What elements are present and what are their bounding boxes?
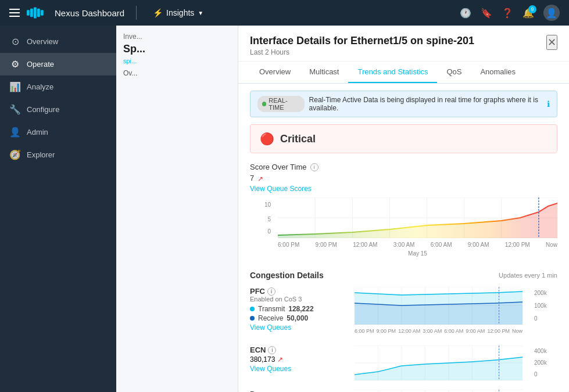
ecn-info-icon[interactable]: i	[268, 346, 276, 354]
top-navigation: Nexus Dashboard ⚡ Insights ▼ 🕐 🔖 ❓ 🔔 9 👤	[0, 0, 569, 26]
pfc-receive-value: 50,000	[287, 314, 308, 322]
drops-label: Drops	[250, 390, 272, 392]
realtime-banner: REAL-TIME Real-Time Active Data is being…	[250, 91, 557, 117]
analyze-icon: 📊	[9, 81, 21, 92]
breadcrumb-value: Sp...	[123, 43, 231, 55]
help-icon[interactable]: ❓	[502, 8, 513, 19]
ecn-value: 380,173	[250, 355, 275, 364]
sidebar-item-analyze[interactable]: 📊 Analyze	[0, 75, 116, 98]
realtime-text: Real-Time Active Data is being displayed…	[309, 96, 547, 112]
congestion-section: Congestion Details Updates every 1 min P…	[238, 266, 569, 392]
ecn-chart	[355, 346, 523, 380]
score-section: Score Over Time i 7 ↗ View Queue Scores …	[238, 158, 569, 266]
tab-overview[interactable]: Overview	[250, 62, 300, 83]
detail-subtitle: Last 2 Hours	[250, 48, 474, 56]
sidebar: ⊙ Overview ⚙ Operate 📊 Analyze 🔧 Configu…	[0, 26, 116, 392]
ecn-view-queues-link[interactable]: View Queues	[250, 365, 343, 373]
close-button[interactable]: ✕	[546, 35, 557, 50]
hamburger-menu[interactable]	[9, 9, 20, 17]
svg-marker-15	[278, 203, 557, 238]
history-icon[interactable]: 🕐	[460, 8, 471, 19]
pfc-chart-container: 6:00 PM9:00 PM12:00 AM3:00 AM6:00 AM9:00…	[355, 287, 523, 325]
x-axis-date: May 15	[278, 250, 557, 257]
x-label-6: 9:00 AM	[468, 242, 489, 248]
cisco-logo	[27, 7, 48, 19]
ecn-trend-icon: ↗	[277, 355, 283, 364]
score-trend-icon: ↗	[257, 175, 263, 183]
chevron-down-icon: ▼	[198, 10, 203, 16]
sidebar-label-overview: Overview	[27, 37, 58, 46]
svg-rect-4	[41, 10, 44, 16]
detail-panel: Interface Details for Ethernet1/5 on spi…	[238, 26, 569, 392]
svg-rect-2	[34, 7, 37, 18]
x-label-2: 9:00 PM	[316, 242, 337, 248]
breadcrumb-link[interactable]: spi...	[123, 57, 231, 64]
x-label-3: 12:00 AM	[353, 242, 377, 248]
transmit-dot	[250, 307, 255, 311]
sidebar-item-overview[interactable]: ⊙ Overview	[0, 30, 116, 53]
svg-marker-27	[355, 302, 523, 325]
pfc-sub: Enabled on CoS 3	[250, 296, 343, 303]
app-title: Nexus Dashboard	[55, 8, 124, 18]
operate-icon: ⚙	[9, 59, 21, 70]
critical-icon: 🔴	[260, 132, 274, 146]
notification-count: 9	[528, 5, 536, 13]
pfc-metric-row: PFC i Enabled on CoS 3 Transmit 128,222 …	[250, 287, 557, 336]
sidebar-item-admin[interactable]: 👤 Admin	[0, 121, 116, 143]
receive-dot	[250, 316, 255, 321]
sidebar-label-explorer: Explorer	[27, 150, 55, 159]
pfc-info-icon[interactable]: i	[267, 287, 275, 296]
score-label: Score Over Time	[250, 163, 307, 171]
detail-title: Interface Details for Ethernet1/5 on spi…	[250, 35, 474, 47]
x-label-7: 12:00 PM	[505, 242, 530, 248]
tab-multicast[interactable]: Multicast	[300, 62, 348, 83]
realtime-info-icon[interactable]: ℹ	[547, 99, 550, 109]
nav-divider	[136, 6, 137, 20]
sidebar-label-admin: Admin	[27, 128, 48, 136]
view-queue-scores-link[interactable]: View Queue Scores	[250, 185, 557, 193]
tab-qos[interactable]: QoS	[437, 62, 471, 83]
ecn-label: ECN	[250, 346, 266, 354]
svg-rect-3	[37, 9, 40, 17]
insights-button[interactable]: ⚡ Insights ▼	[148, 6, 208, 20]
tab-trends-statistics[interactable]: Trends and Statistics	[348, 62, 437, 83]
svg-rect-1	[30, 9, 33, 17]
x-label-5: 6:00 AM	[431, 242, 452, 248]
sidebar-label-analyze: Analyze	[27, 82, 53, 91]
congestion-title: Congestion Details	[250, 271, 324, 280]
pfc-transmit-label: Transmit	[258, 305, 285, 313]
critical-section: 🔴 Critical	[250, 124, 557, 153]
realtime-badge: REAL-TIME	[257, 96, 305, 112]
drops-metric-row: Drops 100,000 ↗ View Queues	[250, 390, 557, 392]
pfc-chart	[355, 287, 523, 325]
bookmark-icon[interactable]: 🔖	[481, 8, 492, 19]
score-info-icon[interactable]: i	[310, 163, 319, 171]
x-label-4: 3:00 AM	[393, 242, 415, 248]
sidebar-item-explorer[interactable]: 🧭 Explorer	[0, 143, 116, 166]
score-chart	[278, 197, 557, 238]
sidebar-item-configure[interactable]: 🔧 Configure	[0, 98, 116, 121]
tabs-bar: Overview Multicast Trends and Statistics…	[238, 62, 569, 84]
overview-icon: ⊙	[9, 36, 21, 47]
pfc-transmit-value: 128,222	[288, 305, 313, 313]
user-avatar[interactable]: 👤	[543, 5, 560, 21]
notifications-icon[interactable]: 🔔 9	[523, 8, 534, 19]
tab-anomalies[interactable]: Anomalies	[471, 62, 525, 83]
sidebar-label-operate: Operate	[27, 60, 54, 69]
explorer-icon: 🧭	[9, 149, 21, 160]
pfc-receive-label: Receive	[258, 314, 283, 322]
sidebar-label-configure: Configure	[27, 105, 59, 114]
pfc-label: PFC	[250, 287, 265, 296]
insights-label: Insights	[166, 8, 194, 17]
critical-text: Critical	[280, 133, 316, 145]
score-value: 7	[250, 174, 254, 182]
update-text: Updates every 1 min	[499, 272, 557, 279]
detail-header: Interface Details for Ethernet1/5 on spi…	[238, 26, 569, 62]
breadcrumb-prefix: Inve...	[123, 33, 231, 41]
sidebar-item-operate[interactable]: ⚙ Operate	[0, 53, 116, 75]
pfc-view-queues-link[interactable]: View Queues	[250, 323, 343, 332]
realtime-dot	[262, 102, 266, 106]
admin-icon: 👤	[9, 127, 21, 138]
breadcrumb-panel: Inve... Sp... spi... Ov...	[116, 26, 238, 392]
drops-chart	[355, 390, 523, 392]
